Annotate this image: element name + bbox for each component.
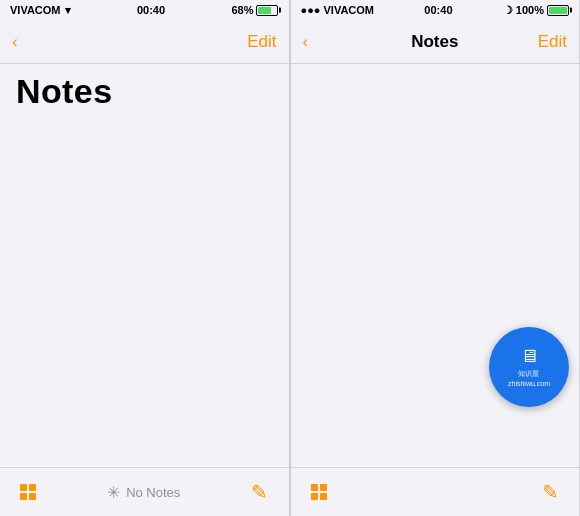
left-compose-button[interactable]: ✎ xyxy=(251,480,268,504)
right-status-left: ●●● VIVACOM xyxy=(301,4,375,16)
left-grid-icon[interactable] xyxy=(20,484,36,500)
watermark-text: 知识屋 zhishiwu.com xyxy=(508,369,550,387)
right-grid-icon[interactable] xyxy=(311,484,327,500)
left-sun-icon: ✳ xyxy=(107,483,120,502)
left-no-notes-label: No Notes xyxy=(126,485,180,500)
left-bottom-toolbar: ✳ No Notes ✎ xyxy=(0,467,289,516)
right-battery-fill xyxy=(549,7,567,14)
left-panel: VIVACOM ▾ 00:40 68% ‹ Edit Notes ✳ No N xyxy=(0,0,290,516)
right-nav-bar: ‹ Notes Edit xyxy=(291,20,580,64)
watermark-url: zhishiwu.com xyxy=(508,379,550,388)
left-status-right: 68% xyxy=(231,4,278,16)
left-back-button[interactable]: ‹ xyxy=(12,32,18,52)
left-time: 00:40 xyxy=(137,4,165,16)
right-edit-button[interactable]: Edit xyxy=(538,32,567,52)
right-main-content: 🖥 知识屋 zhishiwu.com xyxy=(291,64,580,467)
right-compose-button[interactable]: ✎ xyxy=(542,480,559,504)
left-battery-fill xyxy=(258,7,270,14)
left-nav-bar: ‹ Edit xyxy=(0,20,289,64)
left-status-bar: VIVACOM ▾ 00:40 68% xyxy=(0,0,289,20)
right-carrier: ●●● VIVACOM xyxy=(301,4,375,16)
right-panel: ●●● VIVACOM 00:40 ☽ 100% ‹ Notes Edit 🖥 … xyxy=(291,0,581,516)
left-large-title-area: Notes xyxy=(0,64,289,115)
left-battery-percent: 68% xyxy=(231,4,253,16)
right-time: 00:40 xyxy=(424,4,452,16)
left-wifi-icon: ▾ xyxy=(65,4,71,17)
right-bottom-toolbar: ✎ xyxy=(291,467,580,516)
left-carrier: VIVACOM xyxy=(10,4,61,16)
right-nav-title: Notes xyxy=(411,32,458,52)
watermark-icon: 🖥 xyxy=(520,346,538,367)
left-battery-icon xyxy=(256,5,278,16)
left-edit-button[interactable]: Edit xyxy=(247,32,276,52)
right-battery-icon xyxy=(547,5,569,16)
right-status-bar: ●●● VIVACOM 00:40 ☽ 100% xyxy=(291,0,580,20)
left-main-content xyxy=(0,115,289,467)
left-large-title: Notes xyxy=(16,72,273,111)
watermark-site: 知识屋 xyxy=(508,369,550,378)
watermark: 🖥 知识屋 zhishiwu.com xyxy=(489,327,569,407)
left-no-notes-area: ✳ No Notes xyxy=(107,483,180,502)
right-status-right: ☽ 100% xyxy=(503,4,569,17)
right-battery-percent: 100% xyxy=(516,4,544,16)
right-moon-icon: ☽ xyxy=(503,4,513,17)
left-status-left: VIVACOM ▾ xyxy=(10,4,71,17)
right-back-button[interactable]: ‹ xyxy=(303,32,309,52)
